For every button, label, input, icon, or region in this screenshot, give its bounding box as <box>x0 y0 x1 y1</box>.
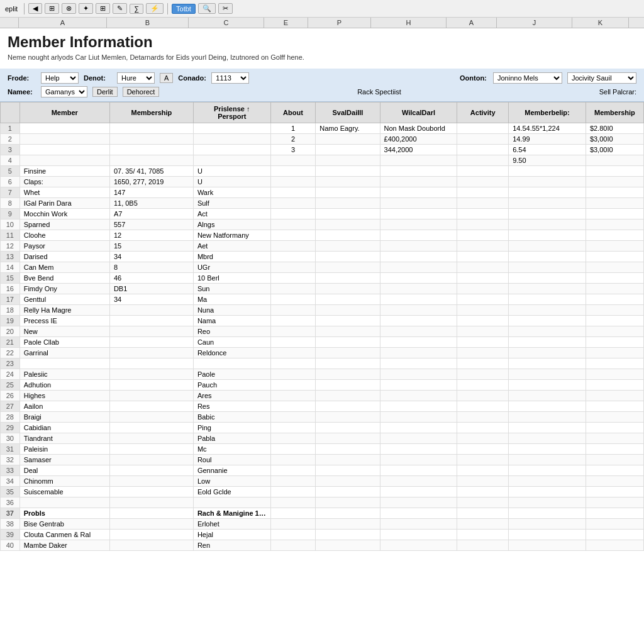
memberbelip-cell <box>509 380 586 391</box>
tool-icon5[interactable]: ✎ <box>113 3 127 14</box>
membership-cell <box>109 519 193 530</box>
table-row: 18Relly Ha MagreNuna <box>1 305 644 316</box>
about-cell <box>270 444 316 455</box>
table-row: 17Genttul34Ma <box>1 294 644 305</box>
tool-icon6[interactable]: ∑ <box>130 4 143 14</box>
svaldailli-cell <box>316 284 380 294</box>
membership-cell: 11, 0B5 <box>109 198 193 209</box>
memberbelip-cell <box>509 326 586 337</box>
col-header-e[interactable]: E <box>264 18 308 28</box>
th-svaldailli[interactable]: SvalDaiIll <box>316 103 380 123</box>
conado-select[interactable]: 1113 <box>211 72 249 84</box>
member-cell: Bve Bend <box>19 273 109 284</box>
activity-cell <box>457 519 509 530</box>
about-cell: 3 <box>270 145 316 155</box>
col-header-a2[interactable]: A <box>447 18 497 28</box>
wilcaldarl-cell <box>380 294 457 305</box>
member-cell: Genttul <box>19 294 109 305</box>
table-row: 33344,20006.54$3,00I0 <box>1 145 644 155</box>
svaldailli-cell <box>316 497 380 508</box>
table-row: 34ChinommLow <box>1 476 644 487</box>
th-about[interactable]: About <box>270 103 316 123</box>
frode-select[interactable]: Help <box>41 72 79 84</box>
tool-icon7[interactable]: ⚡ <box>146 3 164 14</box>
about-cell <box>270 530 316 540</box>
activity-cell <box>457 187 509 198</box>
row-num-cell: 22 <box>1 348 20 358</box>
table-row: 36 <box>1 497 644 508</box>
col-header-a[interactable]: A <box>19 18 107 28</box>
member-cell: Fimdy Ony <box>19 284 109 294</box>
tool-icon2[interactable]: ⊗ <box>62 3 76 14</box>
table-row: 28BraigiBabic <box>1 412 644 423</box>
memberbelip-cell <box>509 433 586 444</box>
wilcaldarl-cell <box>380 177 457 187</box>
oonton-select[interactable]: Joninno Mels <box>493 72 562 84</box>
namee-select[interactable]: Gamanys <box>41 86 87 97</box>
wilcaldarl-cell <box>380 476 457 487</box>
table-row: 19Precess IENama <box>1 316 644 326</box>
about-cell <box>270 177 316 187</box>
tool-icon9[interactable]: ✂ <box>218 3 233 14</box>
tool-icon4[interactable]: ⊞ <box>96 3 110 14</box>
memberbelip-cell <box>509 187 586 198</box>
membership2-cell <box>586 391 643 401</box>
svaldailli-cell <box>316 391 380 401</box>
toolbar: eplit ◀ ⊞ ⊗ ✦ ⊞ ✎ ∑ ⚡ Totbt 🔍 ✂ <box>0 0 644 18</box>
col-header-k[interactable]: K <box>572 18 629 28</box>
membership2-cell <box>586 305 643 316</box>
dehorect-button[interactable]: Dehorect <box>123 87 160 97</box>
denot-select[interactable]: Hure <box>117 72 155 84</box>
tool-back[interactable]: ◀ <box>28 3 42 14</box>
prislense-cell: UGr <box>193 262 270 273</box>
table-row: 25AdhutionPauch <box>1 380 644 391</box>
th-prislense[interactable]: Prislense ↑Persport <box>193 103 270 123</box>
col-header-b[interactable]: B <box>107 18 189 28</box>
col-header-h[interactable]: H <box>371 18 447 28</box>
wilcaldarl-cell <box>380 230 457 241</box>
th-member[interactable]: Member <box>19 103 109 123</box>
prislense-cell <box>193 145 270 155</box>
tool-icon3[interactable]: ✦ <box>79 3 93 14</box>
a-button[interactable]: A <box>160 73 173 83</box>
oonton-label: Oonton: <box>460 74 488 82</box>
member-cell: Braigi <box>19 412 109 423</box>
prislense-cell: Hejal <box>193 530 270 540</box>
member-cell <box>19 134 109 145</box>
membership2-cell <box>586 326 643 337</box>
membership2-cell <box>586 476 643 487</box>
memberbelip-cell <box>509 497 586 508</box>
about-cell <box>270 337 316 348</box>
memberbelip-cell: 14.99 <box>509 134 586 145</box>
th-wilcaldarl[interactable]: WilcalDarl <box>380 103 457 123</box>
about-cell <box>270 252 316 262</box>
prislense-cell: Ping <box>193 423 270 433</box>
row-num-cell: 15 <box>1 273 20 284</box>
membership-cell <box>109 508 193 519</box>
wilcaldarl-cell <box>380 358 457 369</box>
jocivity-select[interactable]: Jocivity Sauil <box>567 72 636 84</box>
derlit-button[interactable]: Derlit <box>92 87 118 97</box>
memberbelip-cell <box>509 530 586 540</box>
prislense-cell: Pauch <box>193 380 270 391</box>
about-cell <box>270 423 316 433</box>
memberbelip-cell <box>509 369 586 380</box>
col-header-c[interactable]: C <box>189 18 264 28</box>
th-activity[interactable]: Activity <box>457 103 509 123</box>
tool-icon8[interactable]: 🔍 <box>198 3 216 14</box>
th-memberbelip[interactable]: Memberbelip: <box>509 103 586 123</box>
member-cell: Relly Ha Magre <box>19 305 109 316</box>
app-name[interactable]: eplit <box>3 4 20 14</box>
th-membership2[interactable]: Membership <box>586 103 643 123</box>
th-membership[interactable]: Membership <box>109 103 193 123</box>
col-header-p[interactable]: P <box>308 18 371 28</box>
prislense-cell: Aet <box>193 241 270 252</box>
tool-icon1[interactable]: ⊞ <box>45 3 59 14</box>
about-cell <box>270 230 316 241</box>
table-row: 21Paole CllabCaun <box>1 337 644 348</box>
col-header-j[interactable]: J <box>497 18 572 28</box>
denot-label: Denot: <box>84 74 112 82</box>
wilcaldarl-cell: £400,2000 <box>380 134 457 145</box>
active-tool-button[interactable]: Totbt <box>172 4 196 14</box>
prislense-cell: Nama <box>193 316 270 326</box>
